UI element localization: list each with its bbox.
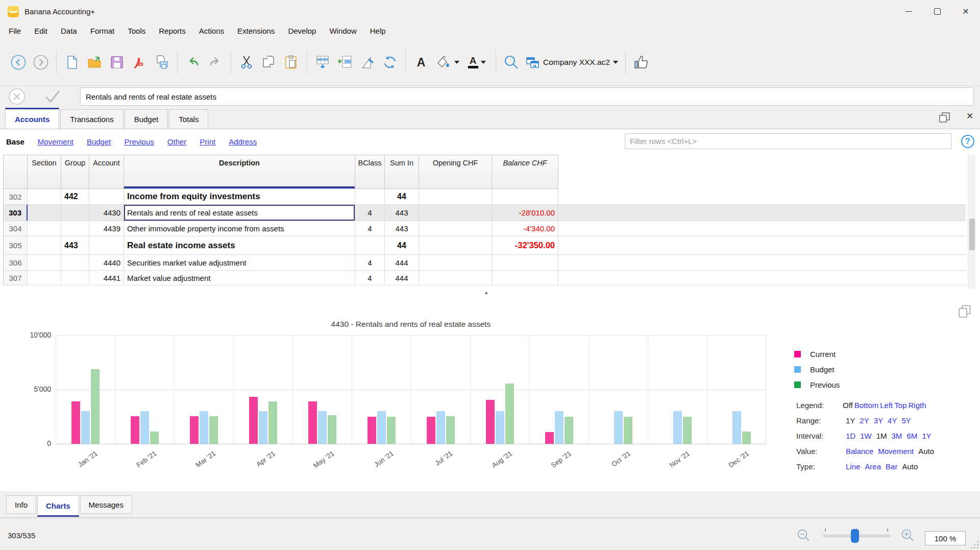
search-button[interactable] <box>500 48 523 77</box>
copy-button[interactable] <box>258 48 280 77</box>
cell-group[interactable]: 443 <box>61 236 89 254</box>
cell-balance[interactable]: -32'350.00 <box>492 236 558 254</box>
cell-num[interactable]: 303 <box>3 205 28 221</box>
chart-option-1w[interactable]: 1W <box>860 432 872 440</box>
resize-grip[interactable] <box>971 541 978 548</box>
insert-rows-button[interactable] <box>311 48 334 77</box>
zoom-percent-box[interactable]: 100 % <box>925 531 966 545</box>
menu-item-window[interactable]: Window <box>323 23 363 39</box>
cell-description[interactable]: Rentals and rents of real estate assets <box>124 205 355 221</box>
chart-option-auto[interactable]: Auto <box>918 447 934 456</box>
cell-description[interactable]: Market value adjustment <box>124 271 355 285</box>
chart-option-off[interactable]: Off <box>843 401 853 410</box>
view-link-budget[interactable]: Budget <box>87 137 111 146</box>
zoom-out-icon[interactable] <box>797 529 811 542</box>
chart-option-auto[interactable]: Auto <box>902 462 918 471</box>
cell-account[interactable] <box>89 189 124 204</box>
cell-account[interactable]: 4439 <box>89 221 124 236</box>
cell-bclass[interactable]: 4 <box>355 221 385 236</box>
tab-transactions[interactable]: Transactions <box>60 109 123 129</box>
chart-option-1y[interactable]: 1Y <box>922 432 931 440</box>
cell-balance[interactable] <box>492 255 558 270</box>
cell-section[interactable] <box>28 205 61 221</box>
cell-sumin[interactable]: 444 <box>385 271 419 285</box>
cell-sumin[interactable]: 444 <box>385 255 419 270</box>
text-format-button[interactable]: A <box>410 48 432 77</box>
menu-item-develop[interactable]: Develop <box>281 23 323 39</box>
minimize-button[interactable] <box>894 0 923 23</box>
cell-opening[interactable] <box>419 255 492 270</box>
export-pdf-button[interactable] <box>128 48 151 77</box>
view-link-address[interactable]: Address <box>229 137 257 146</box>
chart-option-3m[interactable]: 3M <box>892 432 902 440</box>
col-header-account[interactable]: Account <box>89 155 124 189</box>
zoom-in-icon[interactable] <box>901 529 915 542</box>
new-file-button[interactable] <box>61 48 83 77</box>
col-header-num[interactable] <box>3 155 28 189</box>
cell-section[interactable] <box>28 189 61 204</box>
table-scrollbar[interactable] <box>968 155 975 289</box>
back-button[interactable] <box>7 48 30 77</box>
cell-edit-input[interactable] <box>80 87 974 106</box>
col-header-sumin[interactable]: Sum In <box>385 155 419 189</box>
cell-section[interactable] <box>28 271 61 285</box>
chart-option-bottom[interactable]: Bottom <box>854 401 879 410</box>
print-button[interactable] <box>151 48 173 77</box>
menu-item-extensions[interactable]: Extensions <box>231 23 281 39</box>
font-color-button[interactable]: A <box>462 48 492 77</box>
tab-accounts[interactable]: Accounts <box>5 108 59 129</box>
cell-description[interactable]: Income from equity investments <box>124 189 355 204</box>
table-scrollbar-thumb[interactable] <box>969 219 975 250</box>
cell-group[interactable] <box>61 271 89 285</box>
view-link-movement[interactable]: Movement <box>38 137 74 146</box>
cell-num[interactable]: 304 <box>3 221 28 236</box>
menu-item-help[interactable]: Help <box>363 23 393 39</box>
open-file-button[interactable] <box>83 48 106 77</box>
cell-group[interactable] <box>61 255 89 270</box>
chart-option-area[interactable]: Area <box>865 462 881 471</box>
chart-option-1m[interactable]: 1M <box>876 432 887 440</box>
undo-button[interactable] <box>182 48 204 77</box>
view-link-base[interactable]: Base <box>6 137 24 146</box>
cell-sumin[interactable]: 44 <box>385 236 419 254</box>
menu-item-reports[interactable]: Reports <box>152 23 192 39</box>
cell-description[interactable]: Securities market value adjustment <box>124 255 355 270</box>
col-header-opening[interactable]: Opening CHF <box>419 155 492 189</box>
file-selector-dropdown[interactable]: Company XXX.ac2 <box>523 48 621 77</box>
cell-balance[interactable]: -4'340.00 <box>492 221 558 236</box>
cell-section[interactable] <box>28 236 61 254</box>
filter-rows-input[interactable] <box>625 133 951 149</box>
col-header-description[interactable]: Description <box>124 155 355 189</box>
cell-account[interactable]: 4430 <box>89 205 124 221</box>
cell-num[interactable]: 307 <box>3 271 28 285</box>
view-link-other[interactable]: Other <box>167 137 187 146</box>
close-panel-icon[interactable]: ✕ <box>964 111 976 122</box>
cell-opening[interactable] <box>419 189 492 204</box>
feedback-button[interactable] <box>630 48 652 77</box>
cell-balance[interactable]: -28'010.00 <box>492 205 558 221</box>
cell-bclass[interactable]: 4 <box>355 205 385 221</box>
chart-option-left[interactable]: Left <box>880 401 893 410</box>
cell-opening[interactable] <box>419 271 492 285</box>
cell-bclass[interactable]: 4 <box>355 255 385 270</box>
cell-opening[interactable] <box>419 236 492 254</box>
copy-chart-icon[interactable] <box>958 304 972 319</box>
chart-option-rigth[interactable]: Rigth <box>908 401 926 410</box>
float-panel-icon[interactable] <box>938 111 951 125</box>
cell-group[interactable] <box>61 205 89 221</box>
save-button[interactable] <box>106 48 128 77</box>
menu-item-edit[interactable]: Edit <box>28 23 54 39</box>
cell-sumin[interactable]: 443 <box>385 221 419 236</box>
edit-design-button[interactable] <box>356 48 379 77</box>
cell-num[interactable]: 306 <box>3 255 28 270</box>
menu-item-actions[interactable]: Actions <box>192 23 231 39</box>
cell-group[interactable]: 442 <box>61 189 89 204</box>
menu-item-data[interactable]: Data <box>54 23 84 39</box>
cell-sumin[interactable]: 44 <box>385 189 419 204</box>
cut-button[interactable] <box>235 48 258 77</box>
fill-color-button[interactable] <box>432 48 462 77</box>
bottom-tab-info[interactable]: Info <box>6 495 36 514</box>
edit-cancel-icon[interactable] <box>8 88 26 105</box>
cell-description[interactable]: Real estate income assets <box>124 236 355 254</box>
col-header-section[interactable]: Section <box>28 155 61 189</box>
